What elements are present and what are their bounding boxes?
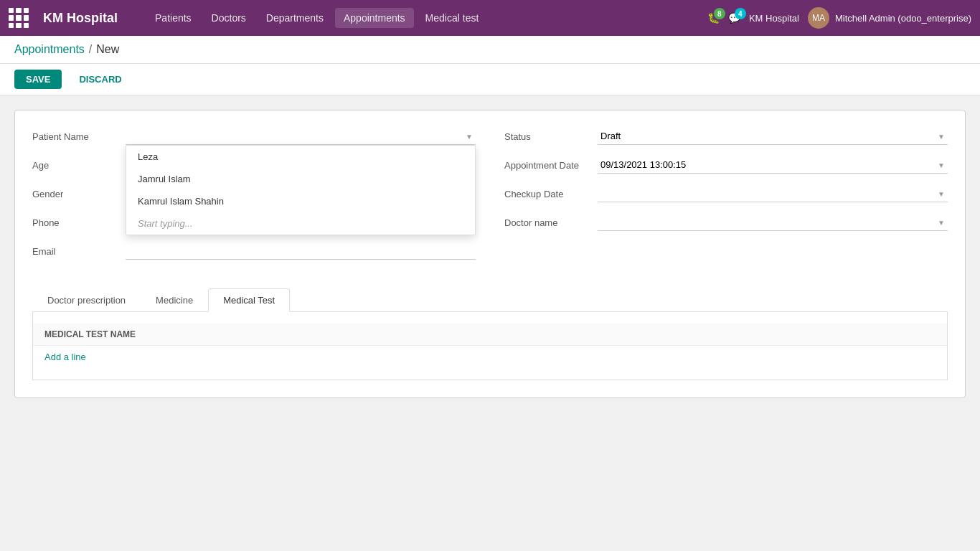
doctor-name-row: Doctor name ▼ [504,214,948,231]
grid-menu-icon[interactable] [9,8,29,28]
bug-badge: 8 [714,8,725,19]
phone-label: Phone [32,217,126,228]
medical-test-column-header: Medical test name [33,324,947,346]
company-name: KM Hospital [749,13,799,24]
appointment-date-field: ▼ [598,156,948,174]
status-field: Draft ▼ [598,128,948,145]
patient-name-field: ▼ Leza Jamrul Islam Kamrul Islam Shahin … [126,128,476,145]
checkup-date-label: Checkup Date [504,189,598,199]
age-label: Age [32,160,126,171]
status-select[interactable]: Draft [598,128,948,145]
checkup-date-row: Checkup Date ▼ [504,185,948,202]
tab-medical-test[interactable]: Medical Test [208,288,290,312]
discard-button[interactable]: DISCARD [67,70,133,89]
breadcrumb-separator: / [89,43,92,56]
nav-medical-test[interactable]: Medical test [417,8,488,28]
patient-name-input[interactable] [126,128,476,145]
tab-medicine[interactable]: Medicine [141,288,208,312]
chat-badge: 4 [735,8,746,19]
nav-doctors[interactable]: Doctors [203,8,255,28]
navbar: KM Hospital Patients Doctors Departments… [0,0,980,36]
bug-icon-btn[interactable]: 🐛 8 [707,12,720,24]
add-line-button[interactable]: Add a line [33,346,947,368]
gender-label: Gender [32,189,126,199]
tabs-container: Doctor prescription Medicine Medical Tes… [32,288,948,312]
doctor-name-select[interactable] [598,214,948,231]
nav-appointments[interactable]: Appointments [335,8,414,28]
appointment-date-label: Appointment Date [504,160,598,171]
user-avatar: MA [808,7,829,29]
breadcrumb: Appointments / New [0,36,980,64]
dropdown-hint: Start typing... [126,212,475,235]
action-bar: SAVE DISCARD [0,64,980,95]
patient-name-dropdown: Leza Jamrul Islam Kamrul Islam Shahin St… [126,145,476,235]
email-row: Email [32,242,476,260]
dropdown-option-jamrul[interactable]: Jamrul Islam [126,168,475,190]
main-nav: Patients Doctors Departments Appointment… [146,8,693,28]
patient-name-label: Patient Name [32,131,126,142]
checkup-date-input[interactable] [598,185,948,202]
status-label: Status [504,131,598,142]
tabs: Doctor prescription Medicine Medical Tes… [32,288,948,311]
form-right-col: Status Draft ▼ Appointment Date ▼ [504,128,948,271]
navbar-right: 🐛 8 💬 4 KM Hospital MA Mitchell Admin (o… [707,7,971,29]
nav-patients[interactable]: Patients [146,8,200,28]
email-label: Email [32,246,126,257]
status-row: Status Draft ▼ [504,128,948,145]
save-button[interactable]: SAVE [14,70,62,89]
appointment-date-row: Appointment Date ▼ [504,156,948,174]
user-menu[interactable]: MA Mitchell Admin (odoo_enterprise) [808,7,971,29]
breadcrumb-parent[interactable]: Appointments [14,43,85,56]
form-columns: Patient Name ▼ Leza Jamrul Islam Kamrul … [32,128,948,271]
dropdown-option-leza[interactable]: Leza [126,146,475,168]
nav-departments[interactable]: Departments [258,8,332,28]
doctor-name-field: ▼ [598,214,948,231]
main-content: Patient Name ▼ Leza Jamrul Islam Kamrul … [0,95,980,413]
checkup-date-field: ▼ [598,185,948,202]
chat-icon-btn[interactable]: 💬 4 [728,12,740,24]
tab-pane-medical-test: Medical test name Add a line [33,324,947,368]
email-input[interactable] [126,242,476,260]
form-left-col: Patient Name ▼ Leza Jamrul Islam Kamrul … [32,128,476,271]
brand-name: KM Hospital [43,11,118,26]
dropdown-option-kamrul[interactable]: Kamrul Islam Shahin [126,190,475,212]
appointment-date-input[interactable] [598,156,948,174]
tab-content: Medical test name Add a line [32,312,948,380]
user-name: Mitchell Admin (odoo_enterprise) [835,13,971,24]
form-card: Patient Name ▼ Leza Jamrul Islam Kamrul … [14,110,966,398]
email-field [126,242,476,260]
breadcrumb-current: New [96,43,119,56]
doctor-name-label: Doctor name [504,217,598,228]
tab-doctor-prescription[interactable]: Doctor prescription [32,288,141,312]
patient-name-row: Patient Name ▼ Leza Jamrul Islam Kamrul … [32,128,476,145]
